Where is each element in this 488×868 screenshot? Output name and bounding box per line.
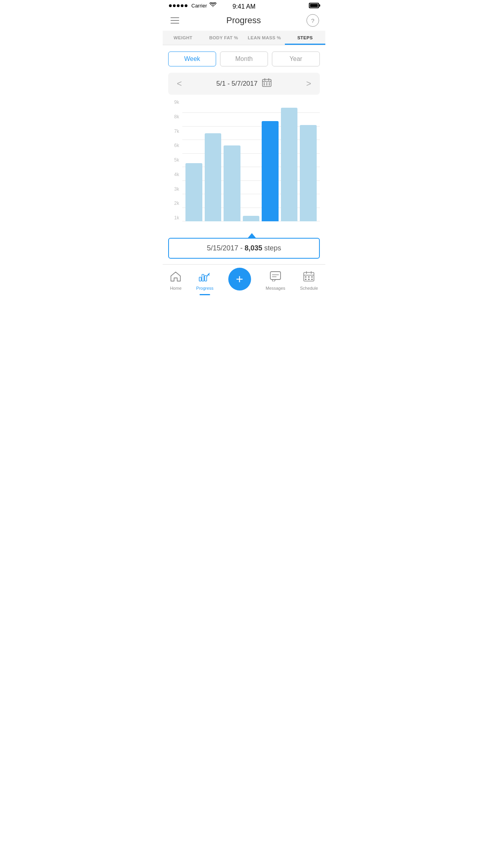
period-week-button[interactable]: Week — [168, 51, 216, 66]
tab-weight[interactable]: WEIGHT — [163, 31, 204, 45]
header: Progress ? — [163, 10, 325, 31]
battery-icon — [309, 3, 319, 8]
menu-line-3 — [171, 23, 179, 24]
tab-lean-mass[interactable]: LEAN MASS % — [244, 31, 285, 45]
bar-wrapper-0[interactable] — [185, 99, 202, 221]
tooltip-box: 5/15/2017 - 8,035 steps — [168, 238, 320, 259]
bar-wrapper-2[interactable] — [224, 99, 240, 221]
nav-home-label: Home — [170, 286, 182, 291]
bottom-nav: Home Progress + Messages — [163, 264, 325, 300]
messages-icon — [270, 271, 281, 284]
bar-4 — [262, 121, 279, 221]
chart-container: 1k 2k 3k 4k 5k 6k 7k 8k 9k — [163, 99, 325, 233]
svg-rect-9 — [269, 85, 270, 86]
y-label-3k: 3k — [168, 186, 179, 192]
chart-bars — [182, 99, 320, 221]
nav-schedule-label: Schedule — [300, 286, 318, 291]
tooltip-area: 5/15/2017 - 8,035 steps — [168, 233, 320, 259]
nav-schedule[interactable]: Schedule — [300, 271, 318, 291]
tab-steps[interactable]: STEPS — [285, 31, 326, 45]
add-button[interactable]: + — [228, 268, 251, 291]
menu-line-1 — [171, 17, 179, 18]
home-icon — [170, 271, 181, 284]
menu-line-2 — [171, 20, 179, 21]
menu-button[interactable] — [169, 16, 181, 25]
tooltip-date: 5/15/2017 — [207, 244, 238, 252]
bar-2 — [224, 145, 240, 221]
schedule-icon — [303, 271, 314, 284]
svg-rect-4 — [264, 83, 265, 84]
page-title: Progress — [226, 15, 261, 26]
svg-rect-10 — [199, 277, 201, 281]
progress-icon — [199, 271, 211, 284]
svg-rect-6 — [269, 83, 270, 84]
bar-1 — [205, 133, 222, 221]
add-icon: + — [236, 273, 243, 285]
y-label-5k: 5k — [168, 157, 179, 163]
nav-progress[interactable]: Progress — [196, 271, 213, 291]
chart-area: 1k 2k 3k 4k 5k 6k 7k 8k 9k — [168, 99, 320, 233]
signal-dots — [169, 4, 187, 7]
wifi-icon — [209, 2, 216, 9]
svg-rect-13 — [270, 272, 281, 280]
nav-messages[interactable]: Messages — [266, 271, 285, 291]
calendar-icon[interactable] — [262, 78, 272, 89]
bar-6 — [300, 125, 317, 221]
y-label-7k: 7k — [168, 129, 179, 134]
bar-wrapper-4[interactable] — [262, 99, 279, 221]
date-range-label: 5/1 - 5/7/2017 — [216, 80, 258, 88]
bar-3 — [243, 216, 260, 221]
period-year-button[interactable]: Year — [272, 51, 320, 66]
y-label-1k: 1k — [168, 215, 179, 221]
svg-rect-12 — [205, 276, 207, 281]
period-selector: Week Month Year — [163, 45, 325, 70]
date-nav-center: 5/1 - 5/7/2017 — [216, 78, 272, 89]
nav-home[interactable]: Home — [170, 271, 182, 291]
svg-rect-24 — [308, 279, 310, 280]
help-button[interactable]: ? — [306, 14, 319, 27]
y-label-4k: 4k — [168, 172, 179, 177]
svg-rect-23 — [305, 279, 306, 280]
metric-tabs: WEIGHT BODY FAT % LEAN MASS % STEPS — [163, 31, 325, 45]
status-left: Carrier — [169, 2, 216, 9]
chart-y-labels: 1k 2k 3k 4k 5k 6k 7k 8k 9k — [168, 99, 179, 221]
svg-rect-22 — [311, 276, 313, 278]
bar-wrapper-5[interactable] — [281, 99, 298, 221]
carrier-label: Carrier — [191, 3, 207, 9]
y-label-6k: 6k — [168, 143, 179, 148]
tooltip-value: 8,035 — [245, 244, 262, 252]
tooltip-unit-label: steps — [264, 244, 281, 252]
svg-rect-20 — [305, 276, 306, 278]
bar-5 — [281, 108, 298, 221]
svg-rect-8 — [266, 85, 268, 86]
bar-wrapper-6[interactable] — [300, 99, 317, 221]
tooltip-separator: - — [240, 244, 245, 252]
y-label-8k: 8k — [168, 114, 179, 120]
bar-wrapper-3[interactable] — [243, 99, 260, 221]
prev-date-button[interactable]: < — [174, 79, 184, 89]
status-right — [309, 3, 319, 8]
svg-rect-7 — [264, 85, 265, 86]
y-label-9k: 9k — [168, 99, 179, 105]
status-bar: Carrier 9:41 AM — [163, 0, 325, 10]
help-icon: ? — [311, 17, 314, 24]
tooltip-caret — [248, 233, 256, 238]
date-navigator: < 5/1 - 5/7/2017 > — [168, 73, 320, 95]
svg-rect-25 — [311, 279, 313, 280]
svg-rect-21 — [308, 276, 310, 278]
status-time: 9:41 AM — [233, 3, 256, 10]
nav-messages-label: Messages — [266, 286, 285, 291]
nav-add[interactable]: + — [228, 268, 251, 294]
period-month-button[interactable]: Month — [220, 51, 268, 66]
bar-wrapper-1[interactable] — [205, 99, 222, 221]
bar-0 — [185, 163, 202, 221]
next-date-button[interactable]: > — [304, 79, 314, 89]
y-label-2k: 2k — [168, 200, 179, 206]
svg-rect-11 — [202, 274, 204, 281]
battery-fill — [310, 4, 318, 7]
svg-rect-5 — [266, 83, 268, 84]
tab-body-fat[interactable]: BODY FAT % — [204, 31, 244, 45]
nav-progress-label: Progress — [196, 286, 213, 291]
